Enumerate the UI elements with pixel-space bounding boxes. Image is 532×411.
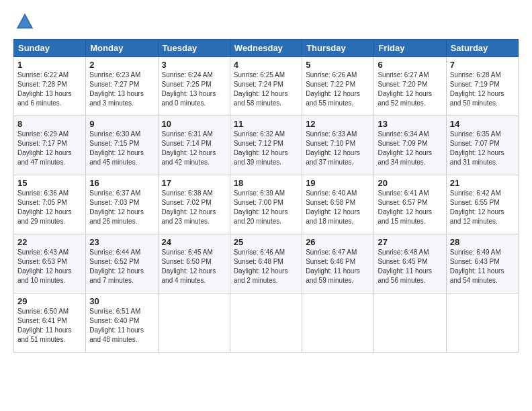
calendar-cell: 27 Sunrise: 6:48 AM Sunset: 6:45 PM Dayl… xyxy=(374,234,446,293)
weekday-header: Monday xyxy=(86,40,158,57)
day-number: 10 xyxy=(162,119,226,129)
day-number: 23 xyxy=(89,237,154,247)
calendar-cell: 20 Sunrise: 6:41 AM Sunset: 6:57 PM Dayl… xyxy=(374,175,446,234)
calendar-cell: 10 Sunrise: 6:31 AM Sunset: 7:14 PM Dayl… xyxy=(158,116,230,175)
calendar-cell: 15 Sunrise: 6:36 AM Sunset: 7:05 PM Dayl… xyxy=(14,175,86,234)
calendar-week-row: 22 Sunrise: 6:43 AM Sunset: 6:53 PM Dayl… xyxy=(14,234,519,293)
calendar-cell: 21 Sunrise: 6:42 AM Sunset: 6:55 PM Dayl… xyxy=(446,175,518,234)
calendar-cell: 5 Sunrise: 6:26 AM Sunset: 7:22 PM Dayli… xyxy=(302,57,374,116)
calendar-cell xyxy=(230,293,302,353)
day-info: Sunrise: 6:41 AM Sunset: 6:57 PM Dayligh… xyxy=(378,189,442,226)
day-number: 11 xyxy=(234,119,298,129)
day-number: 20 xyxy=(378,178,442,188)
calendar-cell xyxy=(302,293,374,353)
day-info: Sunrise: 6:39 AM Sunset: 7:00 PM Dayligh… xyxy=(234,189,298,226)
day-number: 15 xyxy=(17,178,82,188)
day-number: 22 xyxy=(17,237,82,247)
day-number: 25 xyxy=(234,237,298,247)
day-number: 3 xyxy=(162,60,226,70)
day-info: Sunrise: 6:50 AM Sunset: 6:41 PM Dayligh… xyxy=(17,307,82,345)
day-info: Sunrise: 6:43 AM Sunset: 6:53 PM Dayligh… xyxy=(17,248,82,285)
day-info: Sunrise: 6:45 AM Sunset: 6:50 PM Dayligh… xyxy=(162,248,226,285)
calendar-cell: 18 Sunrise: 6:39 AM Sunset: 7:00 PM Dayl… xyxy=(230,175,302,234)
day-number: 28 xyxy=(450,237,515,247)
calendar-cell xyxy=(158,293,230,353)
calendar-cell: 29 Sunrise: 6:50 AM Sunset: 6:41 PM Dayl… xyxy=(14,293,86,353)
day-info: Sunrise: 6:46 AM Sunset: 6:48 PM Dayligh… xyxy=(234,248,298,285)
calendar-cell: 16 Sunrise: 6:37 AM Sunset: 7:03 PM Dayl… xyxy=(86,175,158,234)
day-number: 6 xyxy=(378,60,442,70)
day-number: 21 xyxy=(450,178,515,188)
calendar-cell xyxy=(446,293,518,353)
calendar-cell: 13 Sunrise: 6:34 AM Sunset: 7:09 PM Dayl… xyxy=(374,116,446,175)
calendar-week-row: 8 Sunrise: 6:29 AM Sunset: 7:17 PM Dayli… xyxy=(14,116,519,175)
day-info: Sunrise: 6:40 AM Sunset: 6:58 PM Dayligh… xyxy=(306,189,370,226)
day-number: 14 xyxy=(450,119,515,129)
day-info: Sunrise: 6:44 AM Sunset: 6:52 PM Dayligh… xyxy=(89,248,154,285)
calendar-header-row: SundayMondayTuesdayWednesdayThursdayFrid… xyxy=(14,40,519,57)
day-number: 4 xyxy=(234,60,298,70)
day-number: 2 xyxy=(89,60,154,70)
day-info: Sunrise: 6:22 AM Sunset: 7:28 PM Dayligh… xyxy=(17,71,82,108)
day-number: 1 xyxy=(17,60,82,70)
day-number: 12 xyxy=(306,119,370,129)
day-info: Sunrise: 6:27 AM Sunset: 7:20 PM Dayligh… xyxy=(378,71,442,108)
day-number: 26 xyxy=(306,237,370,247)
day-info: Sunrise: 6:48 AM Sunset: 6:45 PM Dayligh… xyxy=(378,248,442,285)
calendar-cell: 4 Sunrise: 6:25 AM Sunset: 7:24 PM Dayli… xyxy=(230,57,302,116)
calendar-cell: 24 Sunrise: 6:45 AM Sunset: 6:50 PM Dayl… xyxy=(158,234,230,293)
day-info: Sunrise: 6:37 AM Sunset: 7:03 PM Dayligh… xyxy=(89,189,154,226)
calendar-cell: 28 Sunrise: 6:49 AM Sunset: 6:43 PM Dayl… xyxy=(446,234,518,293)
calendar-cell: 22 Sunrise: 6:43 AM Sunset: 6:53 PM Dayl… xyxy=(14,234,86,293)
day-info: Sunrise: 6:38 AM Sunset: 7:02 PM Dayligh… xyxy=(162,189,226,226)
calendar-cell: 1 Sunrise: 6:22 AM Sunset: 7:28 PM Dayli… xyxy=(14,57,86,116)
weekday-header: Friday xyxy=(374,40,446,57)
calendar-table: SundayMondayTuesdayWednesdayThursdayFrid… xyxy=(13,39,519,353)
day-info: Sunrise: 6:35 AM Sunset: 7:07 PM Dayligh… xyxy=(450,130,515,167)
day-number: 30 xyxy=(89,296,154,306)
calendar-cell: 17 Sunrise: 6:38 AM Sunset: 7:02 PM Dayl… xyxy=(158,175,230,234)
day-info: Sunrise: 6:33 AM Sunset: 7:10 PM Dayligh… xyxy=(306,130,370,167)
day-number: 5 xyxy=(306,60,370,70)
day-info: Sunrise: 6:23 AM Sunset: 7:27 PM Dayligh… xyxy=(89,71,154,108)
day-info: Sunrise: 6:31 AM Sunset: 7:14 PM Dayligh… xyxy=(162,130,226,167)
day-info: Sunrise: 6:42 AM Sunset: 6:55 PM Dayligh… xyxy=(450,189,515,226)
day-info: Sunrise: 6:36 AM Sunset: 7:05 PM Dayligh… xyxy=(17,189,82,226)
calendar-cell: 14 Sunrise: 6:35 AM Sunset: 7:07 PM Dayl… xyxy=(446,116,518,175)
calendar-cell: 23 Sunrise: 6:44 AM Sunset: 6:52 PM Dayl… xyxy=(86,234,158,293)
day-number: 18 xyxy=(234,178,298,188)
calendar-week-row: 29 Sunrise: 6:50 AM Sunset: 6:41 PM Dayl… xyxy=(14,293,519,353)
day-info: Sunrise: 6:30 AM Sunset: 7:15 PM Dayligh… xyxy=(89,130,154,167)
header xyxy=(13,12,519,34)
day-number: 29 xyxy=(17,296,82,306)
day-number: 24 xyxy=(162,237,226,247)
day-number: 27 xyxy=(378,237,442,247)
weekday-header: Sunday xyxy=(14,40,86,57)
calendar-cell: 9 Sunrise: 6:30 AM Sunset: 7:15 PM Dayli… xyxy=(86,116,158,175)
day-info: Sunrise: 6:51 AM Sunset: 6:40 PM Dayligh… xyxy=(89,307,154,345)
day-number: 7 xyxy=(450,60,515,70)
calendar-cell: 25 Sunrise: 6:46 AM Sunset: 6:48 PM Dayl… xyxy=(230,234,302,293)
day-info: Sunrise: 6:34 AM Sunset: 7:09 PM Dayligh… xyxy=(378,130,442,167)
day-number: 13 xyxy=(378,119,442,129)
logo-icon xyxy=(15,12,34,31)
logo-area xyxy=(13,12,37,34)
calendar-cell: 8 Sunrise: 6:29 AM Sunset: 7:17 PM Dayli… xyxy=(14,116,86,175)
day-number: 19 xyxy=(306,178,370,188)
day-info: Sunrise: 6:32 AM Sunset: 7:12 PM Dayligh… xyxy=(234,130,298,167)
calendar-cell: 2 Sunrise: 6:23 AM Sunset: 7:27 PM Dayli… xyxy=(86,57,158,116)
day-number: 16 xyxy=(89,178,154,188)
day-number: 17 xyxy=(162,178,226,188)
weekday-header: Tuesday xyxy=(158,40,230,57)
day-number: 9 xyxy=(89,119,154,129)
day-number: 8 xyxy=(17,119,82,129)
day-info: Sunrise: 6:49 AM Sunset: 6:43 PM Dayligh… xyxy=(450,248,515,285)
svg-marker-1 xyxy=(18,15,31,28)
calendar-cell: 26 Sunrise: 6:47 AM Sunset: 6:46 PM Dayl… xyxy=(302,234,374,293)
calendar-week-row: 1 Sunrise: 6:22 AM Sunset: 7:28 PM Dayli… xyxy=(14,57,519,116)
calendar-cell xyxy=(374,293,446,353)
day-info: Sunrise: 6:29 AM Sunset: 7:17 PM Dayligh… xyxy=(17,130,82,167)
calendar-cell: 11 Sunrise: 6:32 AM Sunset: 7:12 PM Dayl… xyxy=(230,116,302,175)
calendar-cell: 7 Sunrise: 6:28 AM Sunset: 7:19 PM Dayli… xyxy=(446,57,518,116)
weekday-header: Wednesday xyxy=(230,40,302,57)
